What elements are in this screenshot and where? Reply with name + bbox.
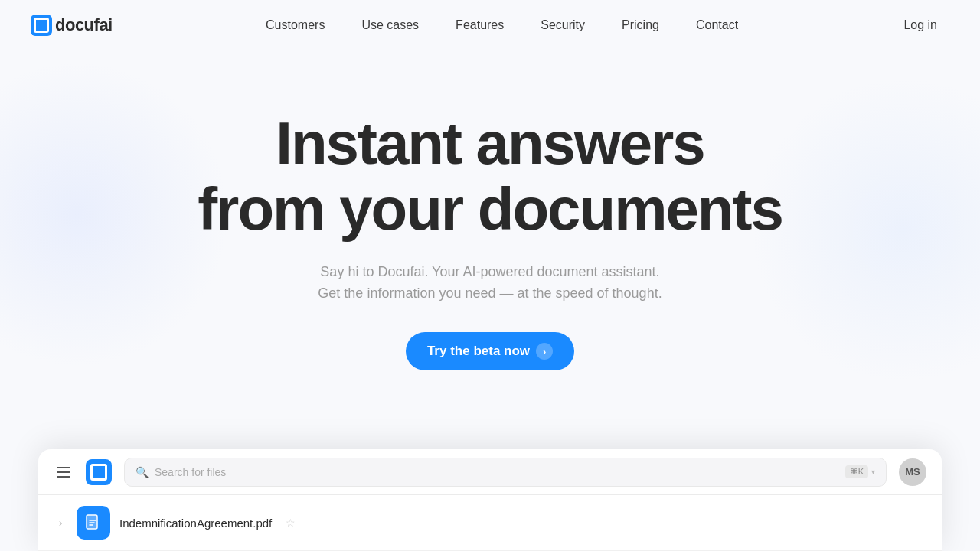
svg-rect-0 bbox=[87, 515, 97, 529]
nav-item-pricing[interactable]: Pricing bbox=[606, 18, 675, 32]
file-row[interactable]: › IndemnificationAgreement.pdf ☆ bbox=[38, 495, 942, 551]
nav-link-pricing[interactable]: Pricing bbox=[606, 12, 675, 37]
nav-item-features[interactable]: Features bbox=[440, 18, 519, 32]
nav-link-customers[interactable]: Customers bbox=[250, 12, 340, 37]
app-preview: 🔍 Search for files ⌘K ▾ MS › Indemnifica… bbox=[38, 449, 942, 551]
app-logo-icon bbox=[86, 459, 112, 485]
hero-title: Instant answers from your documents bbox=[198, 111, 782, 243]
nav-link-contact[interactable]: Contact bbox=[681, 12, 753, 37]
navbar: docufai Customers Use cases Features Sec… bbox=[0, 0, 980, 50]
hero-section: Instant answers from your documents Say … bbox=[0, 50, 980, 370]
login-button[interactable]: Log in bbox=[891, 12, 949, 38]
nav-item-use-cases[interactable]: Use cases bbox=[346, 18, 434, 32]
nav-item-contact[interactable]: Contact bbox=[681, 18, 753, 32]
logo-icon bbox=[31, 15, 52, 36]
nav-link-security[interactable]: Security bbox=[525, 12, 600, 37]
shortcut-key: ⌘K bbox=[845, 465, 868, 478]
nav-item-security[interactable]: Security bbox=[525, 18, 600, 32]
cta-arrow-icon: › bbox=[536, 343, 553, 360]
file-star-icon[interactable]: ☆ bbox=[286, 517, 296, 529]
menu-icon[interactable] bbox=[54, 464, 74, 481]
file-chevron-icon: › bbox=[54, 516, 67, 530]
file-type-icon bbox=[77, 506, 110, 540]
user-avatar[interactable]: MS bbox=[899, 458, 926, 486]
app-toolbar: 🔍 Search for files ⌘K ▾ MS bbox=[38, 449, 942, 495]
shortcut-dropdown-icon: ▾ bbox=[871, 468, 875, 476]
nav-link-use-cases[interactable]: Use cases bbox=[346, 12, 434, 37]
file-name: IndemnificationAgreement.pdf bbox=[119, 517, 272, 530]
search-shortcut: ⌘K ▾ bbox=[845, 465, 875, 478]
nav-links: Customers Use cases Features Security Pr… bbox=[250, 18, 753, 32]
cta-button[interactable]: Try the beta now › bbox=[406, 332, 574, 370]
logo[interactable]: docufai bbox=[31, 15, 113, 36]
nav-item-customers[interactable]: Customers bbox=[250, 18, 340, 32]
hero-subtitle: Say hi to Docufai. Your AI-powered docum… bbox=[318, 261, 662, 305]
nav-link-features[interactable]: Features bbox=[440, 12, 519, 37]
search-bar[interactable]: 🔍 Search for files ⌘K ▾ bbox=[124, 458, 887, 487]
search-icon: 🔍 bbox=[136, 466, 149, 478]
logo-text: docufai bbox=[55, 15, 113, 35]
pdf-icon bbox=[86, 514, 101, 531]
search-placeholder-text: Search for files bbox=[155, 466, 839, 478]
